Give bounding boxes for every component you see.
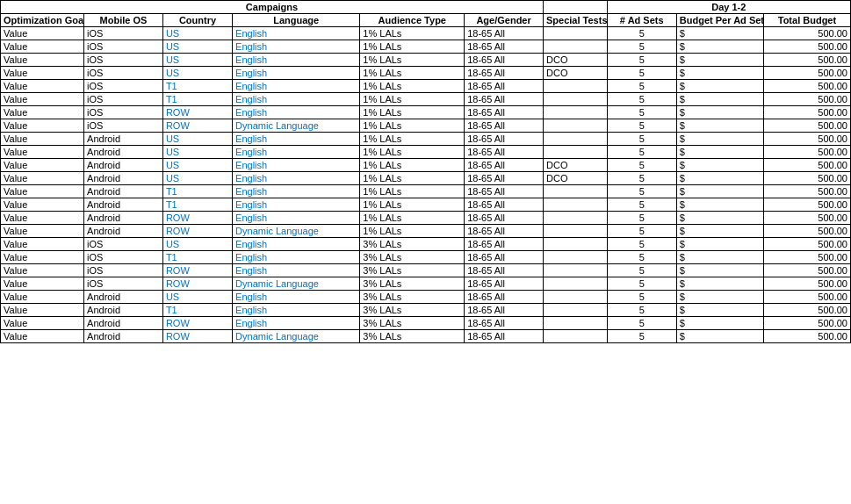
table-cell: iOS [84, 67, 163, 80]
table-cell: 5 [607, 198, 676, 212]
table-row: ValueAndroidUSEnglish1% LALs18-65 AllDCO… [1, 159, 851, 172]
table-cell [544, 291, 608, 304]
budget-cell: $ [676, 159, 763, 172]
table-cell: Value [1, 93, 84, 106]
total-cell: 500.00 [763, 119, 850, 133]
table-cell [544, 106, 608, 119]
table-cell: English [233, 304, 360, 317]
table-cell: Value [1, 212, 84, 225]
table-cell: ROW [162, 264, 232, 277]
budget-cell: $ [676, 185, 763, 198]
table-cell: 18-65 All [465, 27, 544, 40]
table-cell: 5 [607, 185, 676, 198]
budget-cell: $ [676, 264, 763, 277]
table-cell: 1% LALs [360, 54, 465, 67]
total-cell: 500.00 [763, 251, 850, 264]
table-cell: T1 [162, 198, 232, 212]
budget-cell: $ [676, 330, 763, 343]
table-cell: 18-65 All [465, 146, 544, 159]
table-cell: Dynamic Language [233, 330, 360, 343]
total-cell: 500.00 [763, 330, 850, 343]
table-cell: Value [1, 185, 84, 198]
table-cell: 5 [607, 159, 676, 172]
table-cell: English [233, 133, 360, 146]
table-cell: Android [84, 146, 163, 159]
total-cell: 500.00 [763, 277, 850, 291]
table-cell: ROW [162, 277, 232, 291]
table-cell: English [233, 93, 360, 106]
table-row: ValueiOST1English1% LALs18-65 All5$ 500.… [1, 80, 851, 93]
table-cell: Value [1, 40, 84, 54]
table-row: ValueiOSROWDynamic Language1% LALs18-65 … [1, 119, 851, 133]
table-cell: 18-65 All [465, 119, 544, 133]
table-cell: 1% LALs [360, 93, 465, 106]
table-cell: US [162, 40, 232, 54]
table-cell: English [233, 291, 360, 304]
table-cell: Value [1, 146, 84, 159]
table-cell: Value [1, 291, 84, 304]
table-row: ValueiOSROWEnglish3% LALs18-65 All5$ 500… [1, 264, 851, 277]
col-header-budget: Budget Per Ad Set [676, 14, 763, 27]
table-cell: US [162, 291, 232, 304]
table-cell: iOS [84, 27, 163, 40]
table-cell: 18-65 All [465, 80, 544, 93]
total-cell: 500.00 [763, 80, 850, 93]
table-cell: English [233, 264, 360, 277]
table-row: ValueiOST1English3% LALs18-65 All5$ 500.… [1, 251, 851, 264]
table-cell: 18-65 All [465, 330, 544, 343]
table-row: ValueiOSROWEnglish1% LALs18-65 All5$ 500… [1, 106, 851, 119]
table-cell: 1% LALs [360, 106, 465, 119]
table-cell [544, 317, 608, 330]
special-header-spacer [544, 1, 608, 14]
table-cell: 1% LALs [360, 80, 465, 93]
table-cell: Android [84, 304, 163, 317]
table-cell: Value [1, 317, 84, 330]
table-cell: 5 [607, 225, 676, 238]
table-row: ValueiOSUSEnglish1% LALs18-65 All5$ 500.… [1, 27, 851, 40]
budget-cell: $ [676, 80, 763, 93]
budget-cell: $ [676, 172, 763, 185]
table-cell: ROW [162, 225, 232, 238]
table-row: ValueAndroidROWEnglish1% LALs18-65 All5$… [1, 212, 851, 225]
table-cell: English [233, 238, 360, 251]
table-cell: 5 [607, 80, 676, 93]
table-cell: 18-65 All [465, 198, 544, 212]
total-cell: 500.00 [763, 40, 850, 54]
table-cell: Value [1, 238, 84, 251]
table-cell [544, 80, 608, 93]
table-cell: English [233, 317, 360, 330]
total-cell: 500.00 [763, 172, 850, 185]
total-cell: 500.00 [763, 146, 850, 159]
table-cell: English [233, 54, 360, 67]
table-cell: US [162, 172, 232, 185]
table-cell: 18-65 All [465, 67, 544, 80]
table-cell [544, 330, 608, 343]
table-cell: 3% LALs [360, 330, 465, 343]
table-cell: iOS [84, 54, 163, 67]
table-cell: 18-65 All [465, 251, 544, 264]
table-cell: English [233, 185, 360, 198]
table-cell: 3% LALs [360, 291, 465, 304]
table-cell: English [233, 80, 360, 93]
table-cell: ROW [162, 330, 232, 343]
table-cell: ROW [162, 106, 232, 119]
section-header-row: Campaigns Day 1-2 [1, 1, 851, 14]
table-cell: 18-65 All [465, 106, 544, 119]
budget-cell: $ [676, 133, 763, 146]
budget-cell: $ [676, 93, 763, 106]
table-cell: 5 [607, 212, 676, 225]
table-cell: 1% LALs [360, 185, 465, 198]
table-row: ValueiOSUSEnglish1% LALs18-65 AllDCO5$ 5… [1, 54, 851, 67]
table-cell: iOS [84, 277, 163, 291]
total-cell: 500.00 [763, 27, 850, 40]
table-cell [544, 277, 608, 291]
table-cell: Value [1, 27, 84, 40]
table-cell: Android [84, 133, 163, 146]
table-cell: 5 [607, 172, 676, 185]
table-cell: Android [84, 198, 163, 212]
table-cell: Value [1, 330, 84, 343]
table-cell: 5 [607, 93, 676, 106]
table-row: ValueAndroidUSEnglish3% LALs18-65 All5$ … [1, 291, 851, 304]
table-cell: iOS [84, 238, 163, 251]
table-row: ValueAndroidUSEnglish1% LALs18-65 All5$ … [1, 133, 851, 146]
